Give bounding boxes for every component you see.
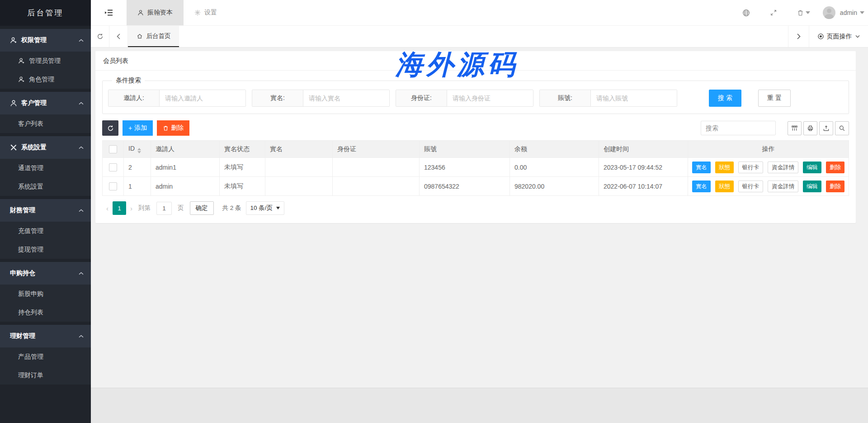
clear-cache-trash-icon[interactable] bbox=[797, 10, 804, 16]
op-bankcard-button[interactable]: 银行卡 bbox=[738, 162, 764, 173]
op-edit-button[interactable]: 编辑 bbox=[803, 181, 821, 192]
prev-page-button[interactable]: ‹ bbox=[102, 204, 113, 212]
sidebar-item-recharge-manage[interactable]: 充值管理 bbox=[0, 222, 91, 240]
sidebar-group-customer[interactable]: 客户管理 bbox=[0, 92, 91, 114]
footer-strip bbox=[91, 388, 868, 423]
cell-idcard bbox=[333, 177, 420, 196]
chevron-down-icon[interactable] bbox=[806, 11, 810, 14]
current-page-button[interactable]: 1 bbox=[113, 201, 126, 215]
goto-confirm-button[interactable]: 确定 bbox=[190, 201, 214, 215]
sidebar-item-admin-manage[interactable]: 管理员管理 bbox=[0, 52, 91, 70]
sidebar-group-system[interactable]: 系统設置 bbox=[0, 136, 91, 159]
home-icon bbox=[137, 33, 143, 39]
op-realname-button[interactable]: 實名 bbox=[692, 181, 711, 192]
row-checkbox[interactable] bbox=[109, 182, 117, 190]
page-size-select[interactable]: 10 条/页 bbox=[246, 201, 285, 215]
sidebar-group-subscription[interactable]: 申购持仓 bbox=[0, 262, 91, 285]
columns-filter-icon[interactable] bbox=[788, 121, 802, 135]
sidebar-group-permission[interactable]: 权限管理 bbox=[0, 29, 91, 52]
chevron-left-icon[interactable] bbox=[109, 26, 128, 47]
search-fieldset: 条件搜索 邀請人: 實名: 身份证: bbox=[102, 76, 849, 114]
magnifier-icon[interactable] bbox=[835, 121, 849, 135]
chevron-up-icon bbox=[79, 209, 84, 212]
fullscreen-icon[interactable] bbox=[770, 9, 777, 16]
trash-icon bbox=[163, 125, 169, 131]
sidebar-item-ipo-subscribe[interactable]: 新股申购 bbox=[0, 285, 91, 303]
chevron-down-icon[interactable] bbox=[860, 11, 864, 14]
sidebar-item-label: 产品管理 bbox=[18, 353, 43, 361]
member-table: ID 邀請人 實名状态 實名 身份证 賬號 余额 创建时间 操作 bbox=[102, 140, 849, 196]
sidebar-item-role-manage[interactable]: 角色管理 bbox=[0, 70, 91, 89]
sidebar-item-customer-list[interactable]: 客户列表 bbox=[0, 114, 91, 133]
sidebar-item-label: 系统設置 bbox=[18, 183, 43, 191]
sidebar-group-finance[interactable]: 財務管理 bbox=[0, 199, 91, 222]
print-icon[interactable] bbox=[803, 121, 817, 135]
page-actions-dropdown[interactable]: 页面操作 bbox=[809, 26, 868, 47]
inviter-input[interactable] bbox=[160, 90, 245, 106]
sidebar-item-withdraw-manage[interactable]: 提现管理 bbox=[0, 240, 91, 259]
account-input[interactable] bbox=[591, 90, 677, 106]
table-search-input[interactable] bbox=[701, 121, 776, 135]
idcard-input[interactable] bbox=[447, 90, 533, 106]
table-row: 1 admin 未填写 0987654322 982020.00 2022-06… bbox=[103, 177, 849, 196]
field-idcard: 身份证: bbox=[396, 90, 533, 107]
tab-workspace[interactable]: 振翰资本 bbox=[127, 0, 184, 25]
goto-page-input[interactable] bbox=[156, 202, 172, 215]
tab-workspace-label: 振翰资本 bbox=[147, 9, 173, 17]
op-status-button[interactable]: 狀態 bbox=[715, 181, 734, 192]
cell-inviter: admin1 bbox=[151, 158, 220, 177]
sidebar-item-label: 管理员管理 bbox=[29, 57, 61, 65]
sidebar-item-channel-manage[interactable]: 通道管理 bbox=[0, 159, 91, 177]
sidebar-item-label: 充值管理 bbox=[18, 227, 43, 235]
refresh-table-button[interactable] bbox=[102, 120, 118, 136]
op-edit-button[interactable]: 编辑 bbox=[803, 162, 821, 173]
chevron-right-icon[interactable] bbox=[788, 26, 809, 47]
username-label[interactable]: admin bbox=[840, 9, 857, 16]
add-button[interactable]: + 添加 bbox=[123, 120, 153, 136]
user-icon bbox=[18, 76, 25, 83]
sort-icon[interactable] bbox=[137, 148, 141, 153]
avatar[interactable] bbox=[823, 6, 835, 19]
tools-icon bbox=[10, 144, 17, 151]
op-funds-detail-button[interactable]: 資金詳情 bbox=[768, 181, 798, 192]
delete-button[interactable]: 删除 bbox=[157, 120, 189, 136]
main-area: 振翰资本 设置 admin bbox=[91, 0, 868, 423]
op-status-button[interactable]: 狀態 bbox=[715, 162, 734, 173]
realname-input[interactable] bbox=[303, 90, 389, 106]
reset-button[interactable]: 重 置 bbox=[758, 90, 791, 107]
delete-button-label: 删除 bbox=[171, 124, 184, 132]
op-funds-detail-button[interactable]: 資金詳情 bbox=[768, 162, 798, 173]
refresh-tab-icon[interactable] bbox=[91, 26, 109, 47]
row-checkbox[interactable] bbox=[109, 163, 117, 171]
sidebar-item-position-list[interactable]: 持仓列表 bbox=[0, 303, 91, 322]
sidebar-item-wealth-orders[interactable]: 理财订单 bbox=[0, 366, 91, 385]
sidebar-item-product-manage[interactable]: 产品管理 bbox=[0, 347, 91, 366]
sidebar-item-system-settings[interactable]: 系统設置 bbox=[0, 177, 91, 196]
sidebar: 后台管理 权限管理 管理员管理 角色管理 客户管理 客户列表 系统設置 bbox=[0, 0, 91, 423]
col-id[interactable]: ID bbox=[124, 141, 151, 158]
tab-home[interactable]: 后台首页 bbox=[128, 26, 179, 47]
export-icon[interactable] bbox=[819, 121, 833, 135]
op-delete-button[interactable]: 删除 bbox=[826, 181, 844, 192]
radio-dot-icon bbox=[818, 33, 824, 39]
col-idcard: 身份证 bbox=[333, 141, 420, 158]
search-button[interactable]: 搜 索 bbox=[709, 90, 741, 107]
col-balance: 余额 bbox=[510, 141, 599, 158]
pagination: ‹ 1 › 到第 页 确定 共 2 条 10 条/页 bbox=[102, 201, 849, 215]
next-page-button[interactable]: › bbox=[126, 204, 137, 212]
tab-settings[interactable]: 设置 bbox=[184, 0, 228, 25]
select-all-checkbox[interactable] bbox=[109, 145, 117, 153]
table-toolbar: + 添加 删除 bbox=[102, 120, 849, 136]
page-size-value: 10 条/页 bbox=[250, 204, 273, 212]
cell-realname bbox=[265, 158, 333, 177]
op-delete-button[interactable]: 删除 bbox=[826, 162, 844, 173]
globe-icon[interactable] bbox=[742, 9, 750, 17]
sidebar-group-wealth[interactable]: 理财管理 bbox=[0, 325, 91, 347]
member-list-card: 会员列表 条件搜索 邀請人: 實名: bbox=[95, 51, 856, 223]
field-account: 賬號: bbox=[539, 90, 677, 107]
op-bankcard-button[interactable]: 银行卡 bbox=[738, 181, 764, 192]
chevron-up-icon bbox=[79, 146, 84, 149]
app-logo-title: 后台管理 bbox=[0, 0, 91, 26]
op-realname-button[interactable]: 實名 bbox=[692, 162, 711, 173]
sidebar-toggle-button[interactable] bbox=[91, 0, 127, 25]
